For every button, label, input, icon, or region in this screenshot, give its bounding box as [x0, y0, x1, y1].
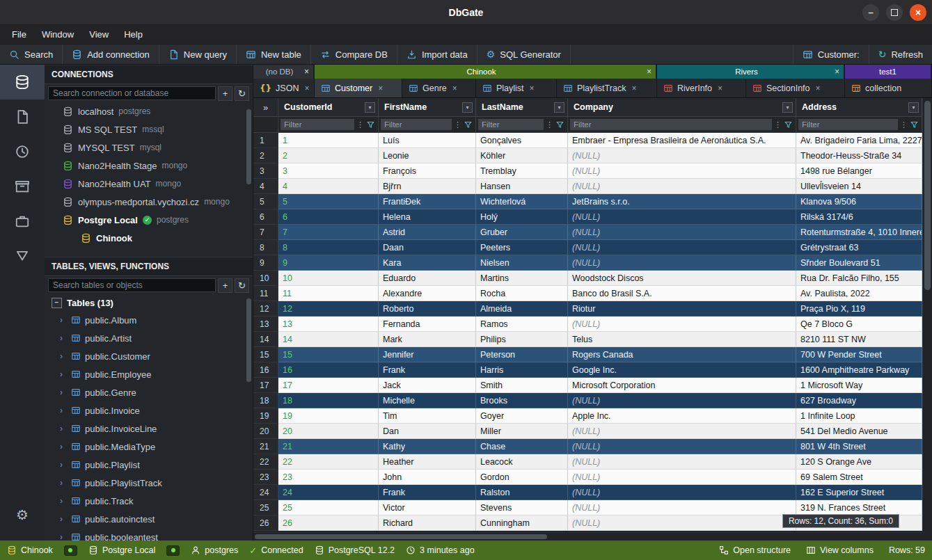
grid-cell[interactable]: Microsoft Corporation	[568, 378, 796, 393]
grid-cell[interactable]: Fernanda	[379, 317, 476, 332]
connection-item[interactable]: MS SQL TESTmssql	[45, 120, 253, 138]
grid-cell[interactable]: Av. Brigadeiro Faria Lima, 2227	[796, 133, 922, 148]
column-dropdown-icon[interactable]: ▾	[554, 102, 564, 113]
table-list-item[interactable]: ›public.booleantest	[45, 528, 253, 541]
status-view-columns[interactable]: View columns	[806, 545, 874, 555]
grid-cell[interactable]: (NULL)	[568, 255, 796, 271]
close-icon[interactable]: ×	[304, 67, 309, 77]
minimize-button[interactable]: –	[862, 4, 879, 21]
grid-cell[interactable]: Eduardo	[379, 271, 476, 286]
grid-cell[interactable]: 7	[278, 225, 379, 240]
grid-cell[interactable]: Miller	[476, 424, 568, 439]
grid-cell[interactable]: 13	[278, 317, 379, 332]
grid-corner-expand-icon[interactable]: »	[253, 98, 278, 116]
column-dropdown-icon[interactable]: ▾	[908, 102, 919, 113]
grid-cell[interactable]: Roberto	[379, 301, 476, 317]
toolbar-new-query-button[interactable]: New query	[159, 45, 237, 64]
grid-cell[interactable]: Praça Pio X, 119	[796, 301, 922, 317]
close-icon[interactable]: ×	[718, 83, 722, 93]
grid-cell[interactable]: Chase	[476, 439, 568, 454]
table-list-item[interactable]: ›public.Employee	[45, 365, 253, 383]
toolbar-compare-db-button[interactable]: Compare DB	[311, 45, 397, 64]
close-button[interactable]: ×	[910, 4, 926, 21]
column-header-lastname[interactable]: LastName▾	[476, 98, 568, 116]
row-number[interactable]: 8	[253, 240, 278, 255]
grid-cell[interactable]: 25	[278, 500, 379, 515]
grid-cell[interactable]: Martins	[476, 271, 568, 286]
grid-cell[interactable]: Rua Dr. Falcão Filho, 155	[796, 271, 922, 286]
column-header-firstname[interactable]: FirstName▾	[379, 98, 476, 116]
grid-cell[interactable]: 23	[278, 470, 379, 485]
grid-cell[interactable]: Telus	[568, 332, 796, 347]
grid-cell[interactable]: 5	[278, 194, 379, 209]
grid-cell[interactable]: Gruber	[476, 225, 568, 240]
grid-cell[interactable]: Qe 7 Bloco G	[796, 317, 922, 332]
tab-collection[interactable]: collection	[845, 79, 932, 97]
connection-item[interactable]: olympus-medportal.vychozi.czmongo	[45, 193, 253, 211]
db-group-tab-chinook[interactable]: Chinook×	[315, 65, 657, 79]
grid-cell[interactable]: Victor	[379, 500, 476, 515]
grid-cell[interactable]: Tim	[379, 408, 476, 424]
grid-cell[interactable]: (NULL)	[568, 515, 796, 531]
grid-cell[interactable]: JetBrains s.r.o.	[568, 194, 796, 209]
grid-cell[interactable]: Michelle	[379, 393, 476, 408]
db-group-tab-no-db[interactable]: (no DB)×	[253, 65, 315, 79]
grid-cell[interactable]: 1 Microsoft Way	[796, 378, 922, 393]
grid-cell[interactable]: 801 W 4th Street	[796, 439, 922, 454]
grid-cell[interactable]: Leonie	[379, 148, 476, 163]
grid-cell[interactable]: (NULL)	[568, 439, 796, 454]
toolbar-search-button[interactable]: Search	[0, 45, 63, 64]
grid-cell[interactable]: Goyer	[476, 408, 568, 424]
table-list-item[interactable]: ›public.MediaType	[45, 438, 253, 456]
grid-cell[interactable]: 9	[278, 255, 379, 271]
table-list-item[interactable]: ›public.Invoice	[45, 401, 253, 419]
grid-cell[interactable]: 15	[278, 347, 379, 362]
grid-cell[interactable]: 8	[278, 240, 379, 255]
tables-search-input[interactable]	[48, 278, 216, 292]
grid-cell[interactable]: Brooks	[476, 393, 568, 408]
column-dropdown-icon[interactable]: ▾	[462, 102, 473, 113]
db-group-tab-test1[interactable]: test1	[845, 65, 932, 79]
grid-cell[interactable]: Cunningham	[476, 515, 568, 531]
grid-cell[interactable]: 541 Del Medio Avenue	[796, 424, 922, 439]
grid-cell[interactable]: 319 N. Frances Street	[796, 500, 922, 515]
add-connection-icon[interactable]: +	[218, 86, 232, 101]
row-number[interactable]: 23	[253, 470, 278, 485]
toolbar-customer-button[interactable]: Customer:	[793, 45, 869, 64]
grid-cell[interactable]: Theodor-Heuss-Straße 34	[796, 148, 922, 163]
grid-cell[interactable]: (NULL)	[568, 424, 796, 439]
refresh-tables-icon[interactable]: ↻	[235, 278, 249, 293]
grid-cell[interactable]: 20	[278, 424, 379, 439]
row-number[interactable]: 12	[253, 301, 278, 317]
activity-archive-button[interactable]	[0, 169, 45, 204]
grid-cell[interactable]: Peterson	[476, 347, 568, 362]
row-number[interactable]: 3	[253, 163, 278, 179]
filter-input-address[interactable]	[798, 119, 898, 130]
grid-cell[interactable]: Helena	[379, 209, 476, 225]
toolbar-refresh-button[interactable]: ↻Refresh	[869, 45, 932, 64]
grid-cell[interactable]: Google Inc.	[568, 362, 796, 378]
status-open-structure[interactable]: Open structure	[719, 545, 791, 555]
row-number[interactable]: 24	[253, 485, 278, 500]
grid-cell[interactable]: 22	[278, 454, 379, 470]
grid-cell[interactable]: Ullevĺlsveien 14	[796, 179, 922, 194]
row-number[interactable]: 20	[253, 424, 278, 439]
close-icon[interactable]: ×	[647, 67, 651, 77]
column-header-address[interactable]: Address▾	[796, 98, 922, 116]
close-icon[interactable]: ×	[816, 83, 821, 93]
grid-cell[interactable]: Frank	[379, 485, 476, 500]
collapse-icon[interactable]: −	[52, 298, 62, 308]
close-icon[interactable]: ×	[304, 83, 309, 93]
column-header-customerid[interactable]: CustomerId▾	[278, 98, 379, 116]
grid-cell[interactable]: 10	[278, 271, 379, 286]
connection-item[interactable]: Nano2Health Stagemongo	[45, 157, 253, 175]
grid-cell[interactable]: Alexandre	[379, 286, 476, 301]
grid-cell[interactable]: Holý	[476, 209, 568, 225]
grid-cell[interactable]: (NULL)	[568, 179, 796, 194]
grid-cell[interactable]: Tremblay	[476, 163, 568, 179]
connections-scrollbar[interactable]	[246, 109, 251, 184]
table-list-item[interactable]: ›public.InvoiceLine	[45, 419, 253, 438]
grid-cell[interactable]: 19	[278, 408, 379, 424]
vertical-scrollbar[interactable]	[922, 98, 932, 532]
grid-cell[interactable]: 2	[278, 148, 379, 163]
